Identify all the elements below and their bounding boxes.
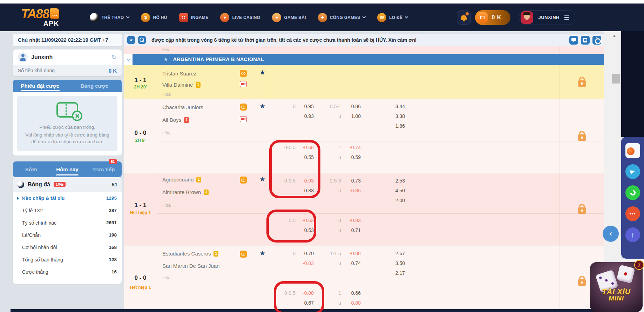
scrollbar-thumb[interactable]	[612, 74, 620, 84]
odd-cell[interactable]: 0.83	[298, 188, 314, 193]
betslip-empty-line2: Vui lòng nhấp vào tỷ lệ cược trong bảng …	[23, 132, 111, 145]
odd-cell[interactable]: 2.53	[362, 178, 405, 184]
odd-cell[interactable]: -0.68	[298, 145, 314, 150]
tab-phieu-dat-cuoc[interactable]: Phiếu đặt cược	[13, 80, 67, 92]
notifications-button[interactable]	[457, 11, 471, 25]
nav-item-no-hu[interactable]: $ NỔ HŨ	[135, 13, 173, 22]
nav-item-the-thao[interactable]: THỂ THAO	[84, 13, 135, 22]
odd-cell[interactable]: 0.55	[298, 154, 314, 160]
favorite-star-icon[interactable]: ★	[259, 250, 265, 257]
collapse-league-button[interactable]	[124, 54, 133, 65]
odd-cell[interactable]: -0.74	[343, 145, 361, 150]
odd-cell[interactable]: -0.85	[343, 188, 361, 193]
odd-cell[interactable]: -0.63	[298, 218, 314, 223]
odd-cell[interactable]: -0.93	[298, 178, 314, 184]
tab-bang-cuoc[interactable]: Bảng cược	[67, 80, 122, 92]
tai-xiu-mini-promo[interactable]: TÀI XỈU MINI 7	[590, 262, 643, 312]
odd-cell[interactable]: 2.00	[362, 198, 405, 203]
odd-cell[interactable]: 0.74	[343, 260, 361, 266]
favorite-star-icon[interactable]: ★	[259, 69, 265, 76]
watch-icon[interactable]	[240, 104, 247, 111]
odd-cell[interactable]: 0.93	[298, 113, 314, 119]
tab-som[interactable]: Sớm	[13, 161, 49, 177]
odd-cell[interactable]: 0.73	[343, 178, 361, 184]
odd-cell[interactable]: -0.83	[343, 218, 361, 223]
score-column: 0 - 0 Hết hiệp 1	[124, 246, 157, 309]
odd-cell[interactable]: 1.86	[362, 123, 405, 129]
odd-cell[interactable]: 0.67	[298, 300, 314, 306]
odd-cell[interactable]: 0.66	[343, 290, 361, 296]
away-team[interactable]: Villa Dalmine1	[162, 82, 201, 88]
away-team[interactable]: San Martin De San Juan	[162, 263, 219, 269]
home-team[interactable]: Tristan Suarez	[162, 71, 196, 77]
balance-button[interactable]: 0 K	[475, 10, 511, 25]
favorite-star-icon[interactable]: ★	[259, 103, 265, 110]
star-icon[interactable]: ★	[163, 56, 168, 62]
odd-cell[interactable]: 0.86	[343, 104, 361, 109]
nav-item-game-bai[interactable]: ♠ GAME BÀI	[266, 13, 312, 22]
collapse-rail-button[interactable]: ‹	[603, 226, 619, 242]
sidebar-item-cuoc-thang[interactable]: Cược thắng 16	[13, 266, 122, 278]
sidebar-item-le-chan[interactable]: Lẻ/Chẵn 198	[13, 229, 122, 241]
sidebar-item-tong-so-ban-thang[interactable]: Tổng số bàn thắng 128	[13, 253, 122, 266]
logo-subtext: APK	[21, 20, 59, 27]
sidebar-item-ty-le-1x2[interactable]: Tỷ lệ 1X2 287	[13, 204, 122, 217]
nav-item-ingame[interactable]: ∷ INGAME	[173, 13, 215, 22]
odd-cell[interactable]: 3.44	[362, 104, 405, 109]
nav-item-cong-games[interactable]: ♣ CỔNG GAMES	[312, 13, 371, 22]
match-row-tristan-suarez: 1 - 1 2H 20' Tristan Suarez Villa Dalmin…	[124, 65, 604, 99]
settings-button[interactable]	[592, 36, 601, 45]
video-icon[interactable]	[240, 116, 247, 122]
sidebar-item-ty-so-chinh-xac[interactable]: Tỷ số chính xác 2691	[13, 217, 122, 229]
draw-label: Hòa	[162, 203, 171, 208]
odd-cell[interactable]: 0.95	[298, 104, 314, 109]
datetime-bar: Chủ nhật 11/09/2022 02:22:19 GMT +7	[13, 34, 122, 46]
home-team[interactable]: Agropecuario1	[162, 177, 201, 183]
video-icon[interactable]	[240, 81, 247, 87]
app-download-icon[interactable]	[625, 143, 640, 158]
refresh-icon[interactable]: ↻	[111, 53, 117, 61]
home-team[interactable]: Estudiantes Caseros1	[162, 251, 218, 257]
odd-cell[interactable]: 3.50	[362, 260, 405, 266]
odd-cell[interactable]: 0.53	[298, 227, 314, 233]
odd-cell[interactable]: -0.88	[343, 251, 361, 256]
watch-icon[interactable]	[240, 177, 247, 184]
sidebar-item-keo-chap-tai-xiu[interactable]: Kèo chấp & tài xỉu 1295	[13, 192, 122, 204]
odd-cell[interactable]: 2.17	[362, 270, 405, 276]
sidebar-item-co-hoi-nhan-doi[interactable]: Cơ hội nhân đôi 168	[13, 241, 122, 253]
odd-cell[interactable]: -0.80	[343, 300, 361, 306]
home-team[interactable]: Chacarita Juniors	[162, 104, 203, 111]
scroll-top-icon[interactable]: ↑	[625, 227, 640, 242]
odd-cell[interactable]: -0.83	[298, 260, 314, 266]
chat-button[interactable]	[569, 36, 578, 45]
odd-cell[interactable]: 4.50	[362, 188, 405, 193]
telegram-icon[interactable]	[625, 164, 640, 179]
away-team[interactable]: Almirante Brown3	[162, 189, 209, 195]
notification-dot	[466, 12, 469, 15]
watch-icon[interactable]	[240, 251, 247, 258]
money-bag-icon: $	[141, 13, 150, 22]
nav-item-lo-de[interactable]: 88 LÔ ĐỀ	[371, 13, 414, 22]
odd-cell[interactable]: 0.71	[343, 227, 361, 233]
scrollbar-up-arrow[interactable]: ▲	[612, 33, 616, 38]
watch-icon[interactable]	[240, 70, 247, 77]
soccer-ball-icon	[17, 181, 24, 188]
odd-cell[interactable]: 0.59	[343, 154, 361, 160]
search-button[interactable]	[138, 36, 146, 44]
site-logo[interactable]: TA88 APK APK	[21, 8, 59, 27]
nav-item-live-casino[interactable]: ♦ LIVE CASINO	[214, 13, 266, 22]
odd-cell[interactable]: 2.67	[362, 251, 405, 256]
whatsapp-icon[interactable]	[625, 185, 640, 200]
away-team[interactable]: All Boys1	[162, 117, 189, 123]
user-menu[interactable]: JUNXINH	[519, 10, 575, 25]
odd-cell[interactable]: 0.70	[298, 251, 314, 256]
favorite-button[interactable]: ★	[127, 36, 135, 44]
odd-cell[interactable]: -0.80	[298, 290, 314, 296]
tab-hom-nay[interactable]: Hôm nay	[49, 161, 85, 177]
odd-cell[interactable]: 1.00	[343, 113, 361, 119]
odd-cell[interactable]: 3.38	[362, 113, 405, 119]
bet-list-button[interactable]	[581, 36, 590, 45]
sport-football-header[interactable]: Bóng đá LIVE 51	[13, 177, 122, 192]
livechat-icon[interactable]: •••	[625, 206, 640, 221]
favorite-star-icon[interactable]: ★	[259, 176, 265, 183]
